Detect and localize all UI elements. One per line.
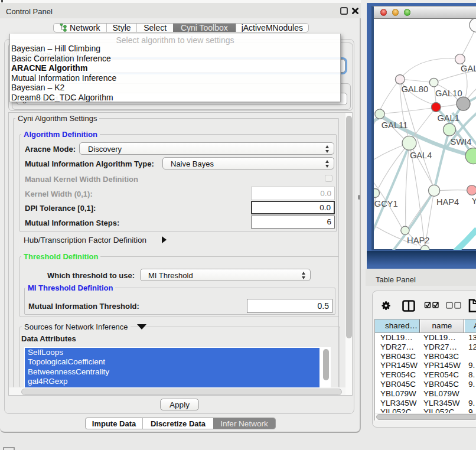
svg-text:HAP2: HAP2 bbox=[407, 236, 429, 245]
svg-text:GAL4: GAL4 bbox=[409, 151, 432, 160]
svg-text:SWI4: SWI4 bbox=[450, 137, 471, 146]
svg-text:GAL80: GAL80 bbox=[401, 84, 428, 94]
svg-text:GAL7: GAL7 bbox=[461, 64, 476, 73]
svg-text:Y: Y bbox=[471, 196, 476, 206]
svg-text:GAL10: GAL10 bbox=[435, 89, 462, 98]
svg-text:HAP4: HAP4 bbox=[436, 197, 458, 207]
svg-text:GAL11: GAL11 bbox=[381, 120, 407, 130]
svg-text:GAL1: GAL1 bbox=[437, 113, 459, 123]
svg-text:GCY1: GCY1 bbox=[374, 199, 397, 208]
